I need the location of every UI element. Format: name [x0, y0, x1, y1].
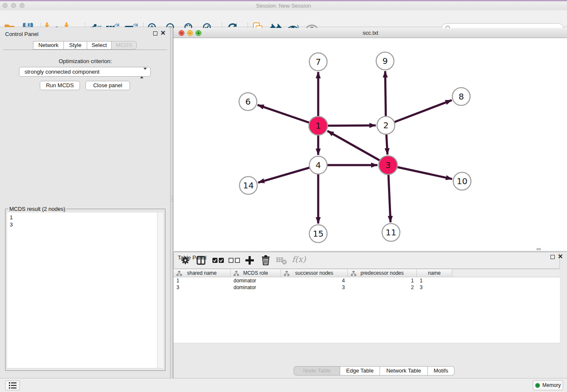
network-graph[interactable]: 7968124314101511 [173, 38, 567, 251]
column-header-predecessor-nodes[interactable]: predecessor nodes [348, 269, 417, 277]
graph-node-label: 7 [316, 57, 321, 67]
network-maximize-button[interactable]: + [195, 30, 201, 36]
add-column-icon[interactable] [245, 255, 255, 265]
memory-button[interactable]: Memory [533, 380, 563, 390]
network-window-titlebar: × − + scc.txt [173, 28, 567, 38]
window-title: Session: New Session [0, 1, 567, 10]
delete-column-icon[interactable] [261, 255, 270, 265]
memory-label: Memory [542, 382, 561, 388]
graph-edge-2-8[interactable] [386, 100, 452, 125]
header-filler [452, 269, 560, 277]
graph-node-label: 9 [383, 56, 388, 66]
table-header-row: shared name MCDS role successor nodes pr… [173, 269, 560, 277]
control-panel: Control Panel ✕ Network Style Select MCD… [0, 27, 171, 378]
control-panel-title: Control Panel [5, 31, 39, 37]
mcds-result-text[interactable]: 1 3 [7, 213, 158, 368]
mcds-result-group: MCDS result (2 nodes) 1 3 [5, 209, 165, 371]
mcds-result-scrollbar[interactable] [157, 213, 163, 368]
column-type-icon [351, 271, 356, 276]
function-builder-icon[interactable]: f(x) [292, 254, 306, 264]
graph-node-label: 2 [383, 120, 389, 130]
column-header-name[interactable]: name [417, 269, 452, 277]
tab-select[interactable]: Select [87, 41, 112, 50]
graph-node-label: 1 [316, 121, 321, 131]
control-panel-close-button[interactable]: ✕ [160, 29, 166, 37]
graph-node-label: 6 [245, 97, 251, 107]
graph-node-label: 11 [385, 227, 396, 237]
mcds-result-title: MCDS result (2 nodes) [8, 206, 66, 212]
close-panel-button[interactable]: Close panel [85, 81, 130, 90]
graph-edge-3-1[interactable] [328, 131, 388, 165]
close-window-button[interactable] [3, 3, 8, 8]
splitter-grip[interactable] [171, 196, 173, 203]
show-column-icon[interactable] [196, 256, 206, 265]
clear-all-checkboxes-icon[interactable] [228, 258, 240, 263]
network-window-title: scc.txt [173, 28, 567, 38]
column-type-icon [234, 271, 239, 276]
graph-node-label: 14 [243, 180, 253, 190]
network-resize-grip[interactable] [537, 248, 541, 250]
column-type-icon [284, 271, 289, 276]
optimization-criterion-label: Optimization criterion: [0, 58, 171, 64]
table-row[interactable]: 3 dominator 3 2 3 [173, 284, 560, 291]
tab-network-table[interactable]: Network Table [380, 366, 428, 375]
network-close-button[interactable]: × [179, 30, 184, 36]
graph-node-label: 4 [316, 160, 321, 170]
delete-table-icon[interactable] [276, 257, 287, 265]
tab-edge-table[interactable]: Edge Table [340, 366, 380, 375]
graph-node-label: 10 [457, 176, 467, 186]
column-header-successor-nodes[interactable]: successor nodes [281, 269, 348, 277]
zoom-window-button[interactable] [19, 3, 25, 8]
run-mcds-button[interactable]: Run MCDS [40, 81, 80, 90]
optimization-criterion-select[interactable]: strongly connected component [19, 67, 151, 77]
tab-motifs[interactable]: Motifs [428, 366, 454, 375]
list-icon [9, 382, 17, 389]
column-type-icon [176, 271, 182, 276]
table-options-gear-icon[interactable] [181, 256, 190, 265]
graph-node-label: 3 [385, 160, 391, 170]
select-stepper-icon [140, 69, 147, 77]
table-row[interactable]: 1 dominator 4 1 1 [173, 277, 560, 284]
table-body: 1 dominator 4 1 1 3 dominator 3 2 3 [173, 277, 560, 343]
column-header-mcds-role[interactable]: MCDS role [231, 269, 281, 277]
graph-edge-3-10[interactable] [388, 165, 452, 179]
control-panel-float-button[interactable] [153, 31, 157, 36]
node-table: shared name MCDS role successor nodes pr… [173, 269, 560, 343]
graph-node-label: 8 [459, 91, 464, 102]
column-header-shared-name[interactable]: shared name [173, 269, 231, 277]
graph-node-label: 15 [313, 229, 323, 239]
table-panel-close-button[interactable]: ✕ [558, 253, 563, 260]
selected-option: strongly connected component [25, 69, 99, 75]
panel-divider [3, 50, 167, 50]
select-all-checkboxes-icon[interactable] [212, 258, 224, 263]
tab-style[interactable]: Style [64, 41, 87, 50]
minimize-window-button[interactable] [11, 3, 16, 8]
tab-node-table[interactable]: Node Table [294, 366, 340, 375]
task-history-button[interactable] [5, 381, 20, 390]
network-minimize-button[interactable]: − [187, 30, 193, 36]
table-panel: Table Panel ✕ [173, 251, 567, 378]
table-toolbar: f(x) [173, 252, 560, 269]
app-titlebar: Session: New Session [0, 1, 567, 10]
main-toolbar [0, 10, 567, 27]
tab-network[interactable]: Network [33, 41, 64, 50]
network-view-window: × − + scc.txt 7968124314101511 [173, 28, 567, 251]
tab-mcds[interactable]: MCDS [112, 41, 137, 50]
table-panel-float-button[interactable] [550, 255, 555, 259]
status-bar: Memory [0, 378, 567, 392]
memory-status-icon [535, 383, 540, 388]
